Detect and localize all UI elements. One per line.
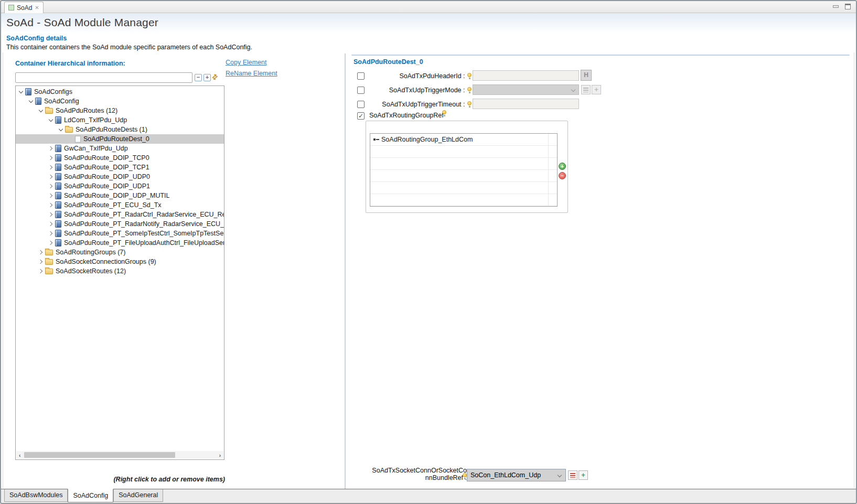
header-id-input[interactable]	[473, 70, 579, 81]
chevron-right-icon[interactable]	[48, 241, 54, 244]
routing-group-ref-item[interactable]: SoAdRoutingGroup_EthLdCom	[370, 134, 557, 146]
tree-item-soadpduroutes-12[interactable]: SoAdPduRoutes (12)	[16, 106, 224, 115]
tree-item-soadsocketroutes-12[interactable]: SoAdSocketRoutes (12)	[16, 266, 224, 276]
editor-title-bar: SoAd - SoAd Module Manager	[1, 13, 856, 32]
close-icon[interactable]: ✕	[35, 5, 39, 10]
tree-hint-text: (Right click to add or remove items)	[15, 476, 225, 483]
module-icon	[55, 239, 61, 246]
tree-item-soadpduroutedest-0[interactable]: SoAdPduRouteDest_0	[16, 134, 224, 144]
trigger-timeout-input[interactable]	[473, 99, 579, 109]
chevron-down-icon[interactable]	[28, 100, 34, 102]
chevron-down-icon[interactable]	[58, 128, 64, 131]
doc-icon	[75, 136, 81, 143]
bulb-icon	[442, 110, 446, 114]
trigger-mode-select	[473, 84, 579, 95]
tree-item-soadroutinggroups-7[interactable]: SoAdRoutingGroups (7)	[16, 248, 224, 257]
copy-element-link[interactable]: Copy Element	[226, 59, 267, 66]
trigger-timeout-checkbox[interactable]	[357, 101, 365, 108]
scroll-right-arrow[interactable]: ›	[219, 453, 221, 458]
tree-hscrollbar[interactable]: ‹ ›	[16, 451, 223, 459]
module-icon	[55, 154, 61, 162]
tree-item-soadpduroutedests-1[interactable]: SoAdPduRouteDests (1)	[16, 125, 224, 134]
tree-item-label: GwCan_TxIfPdu_Udp	[64, 145, 128, 152]
trigger-timeout-label: SoAdTxUdpTriggerTimeout :	[367, 99, 467, 110]
tree-item-soadpduroute-pt-radarnotify-radarservice-ecu-ev[interactable]: SoAdPduRoute_PT_RadarNotify_RadarService…	[16, 219, 224, 229]
header-id-checkbox[interactable]	[357, 72, 365, 80]
bottom-tab-soadbswmodules[interactable]: SoAdBswModules	[4, 489, 68, 502]
tree-item-soadpduroute-doip-tcp0[interactable]: SoAdPduRoute_DOIP_TCP0	[16, 153, 224, 163]
header-id-hex-button[interactable]: H	[581, 70, 592, 81]
chevron-right-icon[interactable]	[48, 232, 54, 235]
tree-item-soadpduroute-pt-fileuploadauthctrl-fileuploadser[interactable]: SoAdPduRoute_PT_FileUploadAuthCtrl_FileU…	[16, 238, 224, 248]
scroll-left-arrow[interactable]: ‹	[19, 453, 20, 458]
refresh-icon[interactable]: ⇄	[210, 72, 219, 82]
module-icon	[55, 173, 61, 180]
chevron-right-icon[interactable]	[48, 213, 54, 216]
detail-panel-topline	[351, 55, 850, 56]
tree-item-soadpduroute-doip-udp1[interactable]: SoAdPduRoute_DOIP_UDP1	[16, 181, 224, 191]
chevron-right-icon[interactable]	[48, 147, 54, 150]
maximize-icon[interactable]	[845, 4, 851, 9]
tree-item-soadpduroute-doip-udp-mutil[interactable]: SoAdPduRoute_DOIP_UDP_MUTIL	[16, 191, 224, 200]
routing-group-checkbox[interactable]	[357, 112, 365, 120]
routing-group-remove-button[interactable]: −	[559, 172, 566, 179]
chevron-right-icon[interactable]	[48, 222, 54, 226]
routing-group-add-button[interactable]: +	[559, 163, 566, 170]
chevron-right-icon[interactable]	[48, 203, 54, 207]
tree-item-ldcom-txifpdu-udp[interactable]: LdCom_TxIfPdu_Udp	[16, 115, 224, 125]
chevron-down-icon[interactable]	[18, 91, 24, 93]
tree-item-gwcan-txifpdu-udp[interactable]: GwCan_TxIfPdu_Udp	[16, 144, 224, 153]
rename-element-link[interactable]: ReName Element	[226, 70, 277, 77]
soad-module-icon	[8, 5, 14, 10]
tree-item-soadpduroute-pt-ecu-sd-tx[interactable]: SoAdPduRoute_PT_ECU_Sd_Tx	[16, 200, 224, 210]
chevron-right-icon[interactable]	[48, 175, 54, 178]
tree-item-soadconfig[interactable]: SoAdConfig	[16, 96, 224, 106]
tree-item-soadsocketconnectiongroups-9[interactable]: SoAdSocketConnectionGroups (9)	[16, 257, 224, 266]
scrollbar-thumb[interactable]	[24, 452, 175, 458]
ref-item-label: SoAdRoutingGroup_EthLdCom	[381, 136, 473, 143]
trigger-mode-checkbox[interactable]	[357, 87, 365, 94]
bundle-ref-label: SoAdTxSocketConnOrSocketCo nnBundleRef :	[356, 467, 467, 481]
tree-item-soadpduroute-pt-someiptestctrl-someiptptestse[interactable]: SoAdPduRoute_PT_SomeIpTestCtrl_SomeIpTpT…	[16, 229, 224, 238]
section-heading: SoAdConfig details	[6, 35, 67, 42]
editor-tab-label: SoAd	[17, 4, 32, 12]
chevron-right-icon[interactable]	[48, 166, 54, 169]
tree-filter-input[interactable]	[15, 72, 192, 83]
bundle-ref-label-line2: nnBundleRef :	[356, 474, 467, 481]
tree-item-soadpduroute-pt-radarctrl-radarservice-ecu-retu[interactable]: SoAdPduRoute_PT_RadarCtrl_RadarService_E…	[16, 210, 224, 219]
tree-item-label: SoAdPduRoute_PT_RadarCtrl_RadarService_E…	[64, 211, 224, 218]
module-icon	[55, 201, 61, 209]
bundle-ref-add-button[interactable]: +	[579, 470, 588, 480]
editor-tab-soad[interactable]: SoAd ✕	[4, 2, 44, 13]
collapse-all-icon[interactable]: −	[195, 74, 202, 81]
chevron-right-icon[interactable]	[38, 251, 44, 254]
bulb-icon	[467, 73, 472, 77]
tree-panel-heading: Container Hierarchical information:	[15, 60, 125, 67]
module-icon	[55, 211, 61, 218]
module-icon	[55, 230, 61, 237]
bottom-tab-soadgeneral[interactable]: SoAdGeneral	[113, 489, 163, 502]
bundle-ref-list-button[interactable]	[568, 470, 577, 480]
folder-icon	[45, 250, 53, 255]
tree-item-soadpduroute-doip-udp0[interactable]: SoAdPduRoute_DOIP_UDP0	[16, 172, 224, 181]
bottom-tab-soadconfig[interactable]: SoAdConfig	[68, 489, 113, 502]
bulb-icon	[463, 473, 467, 477]
minimize-icon[interactable]	[833, 5, 839, 8]
chevron-down-icon[interactable]	[48, 119, 54, 121]
folder-icon	[45, 108, 53, 114]
tree-item-soadpduroute-doip-tcp1[interactable]: SoAdPduRoute_DOIP_TCP1	[16, 163, 224, 172]
chevron-right-icon[interactable]	[48, 156, 54, 159]
chevron-down-icon[interactable]	[38, 110, 44, 112]
module-icon	[55, 192, 61, 199]
chevron-right-icon[interactable]	[48, 185, 54, 188]
chevron-right-icon[interactable]	[38, 260, 44, 263]
header-id-label: SoAdTxPduHeaderId :	[367, 71, 467, 81]
module-icon	[55, 116, 61, 124]
tree-item-soadconfigs[interactable]: SoAdConfigs	[16, 87, 224, 96]
chevron-down-icon	[558, 473, 562, 477]
chevron-right-icon[interactable]	[48, 194, 54, 197]
routing-group-ref-list[interactable]: SoAdRoutingGroup_EthLdCom	[370, 133, 558, 207]
bundle-ref-select[interactable]: SoCon_EthLdCom_Udp	[467, 469, 566, 481]
plus-icon: +	[594, 87, 598, 92]
chevron-right-icon[interactable]	[38, 270, 44, 273]
